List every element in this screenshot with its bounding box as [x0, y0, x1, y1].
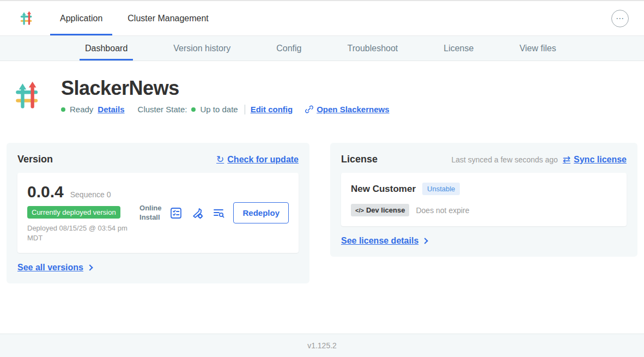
last-synced-label: Last synced a few seconds ago: [451, 155, 557, 164]
slackernews-app-icon: [12, 77, 44, 114]
version-number: 0.0.4: [27, 183, 64, 201]
top-tabs: Application Cluster Management: [50, 1, 224, 35]
refresh-icon: ↻: [216, 154, 224, 165]
divider: [245, 105, 245, 114]
version-card: Version ↻ Check for update 0.0.4 Sequenc…: [7, 143, 309, 283]
app-status-row: Ready Details Cluster State: Up to date …: [61, 105, 394, 114]
deployed-timestamp: Deployed 08/15/25 @ 03:54 pm MDT: [27, 223, 133, 243]
slackernews-logo-icon: [19, 9, 35, 28]
page-title: SlackerNews: [61, 77, 394, 99]
tab-application[interactable]: Application: [50, 1, 112, 35]
subnav-item-view-files[interactable]: View files: [514, 36, 561, 60]
app-logo[interactable]: [19, 1, 35, 35]
main-content: SlackerNews Ready Details Cluster State:…: [0, 61, 644, 334]
sync-license-link[interactable]: ⇄ Sync license: [563, 154, 627, 165]
preflight-checklist-icon: [169, 207, 183, 220]
cluster-state-dot: [191, 107, 196, 112]
subnav-item-dashboard[interactable]: Dashboard: [80, 36, 133, 60]
preflight-checks-button[interactable]: [169, 207, 183, 220]
logs-search-icon: [212, 207, 225, 220]
tab-cluster-management[interactable]: Cluster Management: [118, 1, 218, 35]
app-footer: v1.125.2: [0, 334, 644, 357]
license-expiry: Does not expire: [416, 206, 469, 215]
ready-status-label: Ready: [70, 105, 93, 114]
chevron-right-icon: [422, 238, 428, 244]
subnav-item-troubleshoot[interactable]: Troubleshoot: [342, 36, 403, 60]
license-card-title: License: [341, 154, 378, 165]
code-icon: </>: [355, 207, 364, 214]
edit-config-link[interactable]: Edit config: [251, 105, 293, 114]
customer-name: New Customer: [351, 184, 416, 195]
cluster-state-label: Cluster State:: [138, 105, 187, 114]
console-version: v1.125.2: [307, 341, 337, 350]
cluster-state-value: Up to date: [200, 105, 238, 114]
license-panel: New Customer Unstable </> Dev license Do…: [341, 173, 627, 226]
more-menu-button[interactable]: ⋯: [611, 10, 629, 27]
open-app-link-label: Open Slackernews: [317, 105, 389, 114]
deployed-version-badge: Currently deployed version: [27, 206, 120, 219]
sequence-label: Sequence 0: [70, 190, 111, 199]
license-type-badge: </> Dev license: [351, 204, 409, 216]
ellipsis-icon: ⋯: [616, 14, 624, 23]
see-all-versions-link[interactable]: See all versions: [17, 263, 83, 273]
config-wrench-icon: [191, 207, 204, 220]
top-navbar: Application Cluster Management ⋯: [0, 1, 644, 36]
sync-icon: ⇄: [563, 154, 570, 165]
external-link-icon: [305, 105, 314, 114]
redeploy-button[interactable]: Redeploy: [233, 202, 289, 223]
app-header: SlackerNews Ready Details Cluster State:…: [0, 61, 644, 117]
subnav-item-config[interactable]: Config: [271, 36, 307, 60]
check-for-update-link[interactable]: ↻ Check for update: [216, 154, 299, 165]
version-card-title: Version: [17, 154, 53, 165]
sync-license-label: Sync license: [574, 155, 627, 165]
dashboard-cards: Version ↻ Check for update 0.0.4 Sequenc…: [0, 117, 644, 283]
install-type-label: Online Install: [139, 204, 161, 222]
check-for-update-label: Check for update: [227, 155, 299, 165]
app-icon: [12, 77, 44, 117]
open-app-link[interactable]: Open Slackernews: [305, 105, 389, 114]
view-logs-button[interactable]: [212, 207, 225, 220]
app-subnav: Dashboard Version history Config Trouble…: [0, 36, 644, 61]
current-version-panel: 0.0.4 Sequence 0 Currently deployed vers…: [17, 173, 299, 253]
ready-status-dot: [61, 107, 65, 112]
see-license-details-link[interactable]: See license details: [341, 236, 418, 246]
subnav-item-license[interactable]: License: [438, 36, 479, 60]
details-link[interactable]: Details: [98, 105, 124, 114]
subnav-item-version-history[interactable]: Version history: [168, 36, 236, 60]
chevron-right-icon: [87, 265, 93, 271]
edit-config-button[interactable]: [191, 207, 204, 220]
license-card: License Last synced a few seconds ago ⇄ …: [330, 143, 637, 257]
channel-badge: Unstable: [422, 183, 460, 195]
